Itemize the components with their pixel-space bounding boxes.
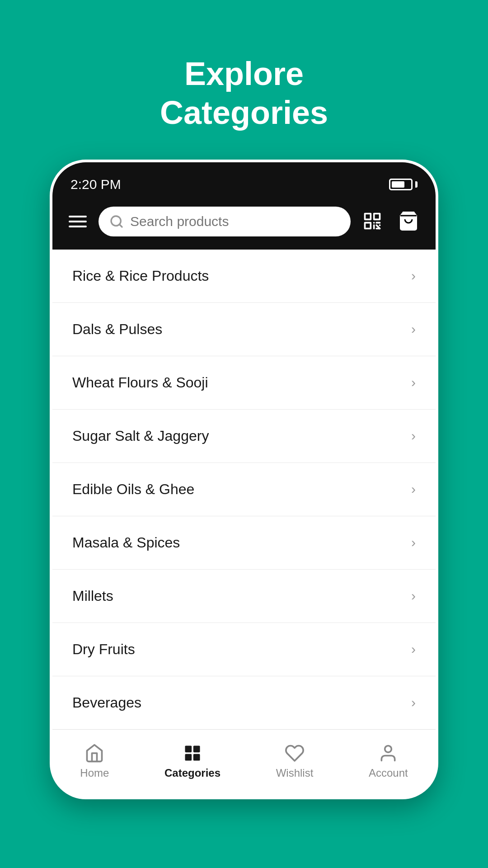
chevron-right-icon: ›	[411, 588, 416, 604]
home-nav-icon	[84, 743, 104, 763]
chevron-right-icon: ›	[411, 375, 416, 390]
cart-icon	[398, 210, 419, 232]
hamburger-line-2	[69, 221, 87, 222]
category-name: Millets	[72, 588, 113, 604]
status-bar: 2:20 PM	[52, 162, 436, 198]
qr-icon	[362, 211, 382, 231]
chevron-right-icon: ›	[411, 642, 416, 657]
category-name: Sugar Salt & Jaggery	[72, 428, 209, 444]
category-item[interactable]: Sugar Salt & Jaggery ›	[52, 410, 436, 463]
chevron-right-icon: ›	[411, 535, 416, 550]
chevron-right-icon: ›	[411, 481, 416, 497]
status-time: 2:20 PM	[70, 177, 121, 192]
home-nav-label: Home	[80, 767, 109, 779]
cart-button[interactable]	[394, 207, 423, 237]
battery-fill	[392, 181, 404, 188]
category-name: Masala & Spices	[72, 534, 180, 551]
search-icon	[109, 214, 124, 229]
chevron-right-icon: ›	[411, 321, 416, 337]
chevron-right-icon: ›	[411, 428, 416, 443]
nav-item-home[interactable]: Home	[62, 739, 127, 784]
hamburger-line-1	[69, 216, 87, 217]
battery-tip	[415, 181, 418, 188]
chevron-right-icon: ›	[411, 268, 416, 283]
category-name: Dals & Pulses	[72, 321, 162, 338]
chevron-right-icon: ›	[411, 695, 416, 710]
category-name: Beverages	[72, 694, 141, 711]
app-header	[52, 198, 436, 250]
svg-point-16	[385, 745, 392, 752]
header-section: Explore Categories	[0, 0, 488, 160]
qr-scan-button[interactable]	[359, 208, 386, 236]
category-name: Rice & Rice Products	[72, 268, 209, 284]
svg-rect-13	[193, 745, 200, 752]
category-list: Rice & Rice Products › Dals & Pulses › W…	[52, 250, 436, 729]
category-name: Wheat Flours & Sooji	[72, 374, 208, 391]
search-input[interactable]	[130, 214, 340, 229]
category-item[interactable]: Dals & Pulses ›	[52, 303, 436, 356]
wishlist-nav-icon	[285, 743, 305, 763]
categories-nav-icon	[183, 743, 202, 763]
category-item[interactable]: Rice & Rice Products ›	[52, 250, 436, 303]
svg-rect-4	[365, 222, 371, 228]
category-item[interactable]: Beverages ›	[52, 676, 436, 729]
account-nav-label: Account	[369, 767, 408, 779]
battery-body	[389, 179, 413, 190]
account-nav-icon	[378, 743, 398, 763]
svg-line-1	[119, 224, 122, 227]
battery-indicator	[389, 179, 418, 190]
phone-mockup: 2:20 PM	[50, 160, 438, 799]
bottom-nav: Home Categories Wishlist Account	[52, 729, 436, 797]
svg-rect-12	[185, 745, 192, 752]
nav-item-account[interactable]: Account	[351, 739, 426, 784]
page-title: Explore Categories	[160, 54, 328, 132]
category-name: Dry Fruits	[72, 641, 135, 658]
category-item[interactable]: Millets ›	[52, 570, 436, 623]
category-name: Edible Oils & Ghee	[72, 481, 194, 498]
category-item[interactable]: Edible Oils & Ghee ›	[52, 463, 436, 516]
svg-rect-15	[193, 754, 200, 761]
category-item[interactable]: Masala & Spices ›	[52, 516, 436, 570]
svg-rect-2	[365, 213, 371, 219]
categories-nav-label: Categories	[164, 767, 221, 779]
nav-item-wishlist[interactable]: Wishlist	[258, 739, 332, 784]
search-bar[interactable]	[99, 207, 351, 236]
category-item[interactable]: Wheat Flours & Sooji ›	[52, 356, 436, 410]
nav-item-categories[interactable]: Categories	[146, 739, 239, 784]
svg-rect-14	[185, 754, 192, 761]
wishlist-nav-label: Wishlist	[276, 767, 314, 779]
hamburger-line-3	[69, 226, 87, 227]
category-item[interactable]: Dry Fruits ›	[52, 623, 436, 676]
hamburger-menu-button[interactable]	[65, 212, 90, 231]
svg-rect-3	[374, 213, 380, 219]
